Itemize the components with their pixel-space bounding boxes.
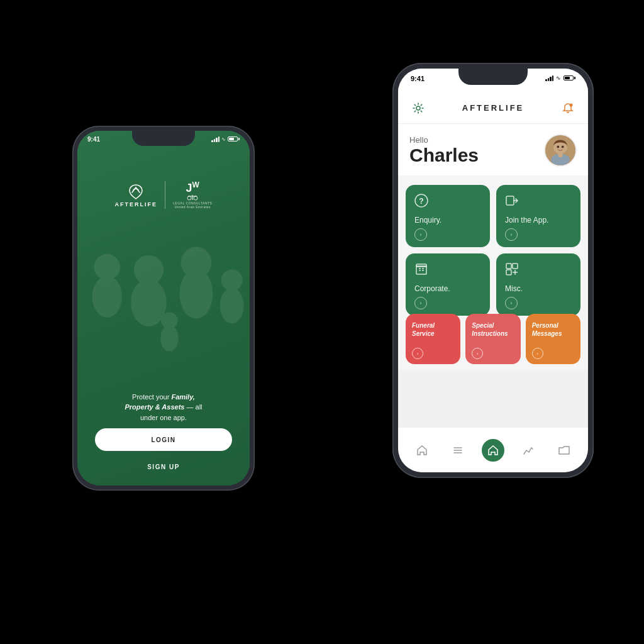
enquiry-chevron: ›	[414, 228, 427, 241]
enquiry-card[interactable]: ? Enquiry. ›	[406, 185, 490, 247]
svg-point-12	[187, 196, 191, 200]
join-icon	[505, 194, 572, 211]
app-title: AFTERLIFE	[462, 103, 525, 113]
signup-button[interactable]: SIGN UP	[77, 464, 250, 470]
enquiry-label: Enquiry.	[414, 216, 481, 225]
afterlife-logo: AFTERLIFE	[115, 182, 158, 208]
svg-point-14	[416, 106, 420, 110]
jw-sub-text: LEGAL CONSULTANTSUnited Arab Emirates	[173, 201, 212, 209]
svg-point-19	[562, 146, 564, 148]
wifi-icon: ∿	[221, 136, 226, 142]
right-content: 9:41 ∿	[398, 69, 588, 472]
phone-right: 9:41 ∿	[392, 63, 594, 478]
right-time: 9:41	[411, 75, 425, 82]
corporate-label: Corporate.	[414, 284, 481, 293]
funeral-service-card[interactable]: Funeral Service ›	[406, 314, 460, 364]
bottom-cards: Funeral Service › Special Instructions ›…	[406, 314, 580, 364]
right-wifi-icon: ∿	[556, 75, 561, 81]
login-button[interactable]: LOGIN	[95, 428, 232, 451]
corporate-icon	[414, 262, 481, 279]
svg-rect-31	[506, 264, 511, 269]
nav-chart[interactable]	[517, 439, 540, 462]
personal-messages-label: Personal Messages	[532, 321, 574, 345]
grid-plus-icon	[505, 262, 519, 276]
signup-label: SIGN UP	[147, 464, 180, 470]
signal-icon	[211, 136, 219, 142]
personal-messages-chevron: ›	[532, 348, 543, 359]
svg-point-13	[194, 196, 197, 200]
left-time: 9:41	[87, 136, 100, 143]
jw-w: W	[192, 180, 199, 189]
avatar-image	[545, 134, 575, 167]
left-notch	[132, 131, 195, 146]
battery-icon	[228, 136, 240, 142]
special-instructions-card[interactable]: Special Instructions ›	[465, 314, 520, 364]
logo-area: AFTERLIFE JW LEGAL CONSULTANTSUnited Ara…	[77, 181, 250, 209]
gear-icon	[413, 103, 424, 114]
nav-center[interactable]	[482, 439, 504, 462]
avatar	[544, 134, 577, 167]
svg-rect-26	[416, 264, 426, 267]
join-app-label: Join the App.	[505, 216, 572, 225]
bell-icon	[562, 103, 574, 114]
funeral-service-label: Funeral Service	[412, 321, 454, 345]
left-screen: 9:41 ∿	[77, 131, 250, 486]
settings-button[interactable]	[409, 99, 427, 117]
join-chevron: ›	[505, 228, 518, 241]
corporate-chevron: ›	[414, 297, 427, 309]
right-notch	[458, 69, 528, 85]
funeral-chevron: ›	[412, 348, 423, 359]
svg-point-15	[570, 103, 573, 106]
question-icon: ?	[414, 194, 428, 208]
list-icon	[452, 444, 464, 457]
special-instructions-label: Special Instructions	[472, 321, 514, 345]
greeting-hello: Hello	[409, 135, 479, 145]
personal-messages-card[interactable]: Personal Messages ›	[526, 314, 580, 364]
login-label: LOGIN	[151, 436, 175, 443]
tagline-bold: Family,Property & Assets	[125, 393, 194, 411]
svg-point-18	[557, 146, 559, 148]
nav-list[interactable]	[447, 439, 469, 462]
afterlife-logo-text: AFTERLIFE	[115, 201, 158, 208]
jw-logo: JW LEGAL CONSULTANTSUnited Arab Emirates	[165, 181, 212, 209]
app-header: AFTERLIFE	[398, 92, 588, 124]
scales-icon	[186, 194, 199, 201]
notification-button[interactable]	[559, 99, 577, 117]
folder-icon	[558, 444, 570, 457]
phone-left: 9:41 ∿	[72, 126, 255, 491]
building-icon	[414, 262, 428, 276]
right-screen: 9:41 ∿	[398, 69, 588, 472]
misc-icon	[505, 262, 572, 279]
jw-letters: JW	[186, 181, 199, 194]
home-icon	[416, 444, 428, 457]
misc-chevron: ›	[505, 297, 518, 309]
svg-rect-25	[416, 266, 426, 274]
right-signal-icon	[545, 75, 553, 81]
left-status-icons: ∿	[211, 136, 240, 142]
afterlife-hands-icon	[125, 182, 147, 201]
right-status-icons: ∿	[545, 75, 575, 81]
tagline-text: Protect your Family,Property & Assets — …	[125, 393, 202, 421]
bottom-nav	[398, 427, 588, 472]
svg-rect-21	[558, 153, 562, 157]
cards-grid: ? Enquiry. ›	[406, 185, 580, 316]
svg-rect-24	[506, 196, 514, 205]
svg-text:?: ?	[419, 197, 423, 206]
nav-folder[interactable]	[553, 439, 575, 462]
right-battery-icon	[564, 75, 575, 80]
join-app-card[interactable]: Join the App. ›	[496, 185, 580, 247]
tagline: Protect your Family,Property & Assets — …	[77, 392, 250, 423]
login-arrow-icon	[505, 194, 519, 208]
greeting-name: Charles	[409, 145, 479, 165]
chart-icon	[522, 444, 535, 457]
enquiry-icon: ?	[414, 194, 481, 211]
corporate-card[interactable]: Corporate. ›	[406, 253, 490, 316]
phones-container: 9:41 ∿	[0, 0, 644, 644]
svg-rect-33	[506, 270, 511, 275]
bottom-fill	[398, 370, 588, 427]
svg-rect-32	[513, 264, 518, 269]
nav-home[interactable]	[411, 439, 433, 462]
special-instructions-chevron: ›	[472, 348, 483, 359]
greeting-area: Hello Charles	[398, 124, 588, 175]
misc-card[interactable]: Misc. ›	[496, 253, 580, 316]
